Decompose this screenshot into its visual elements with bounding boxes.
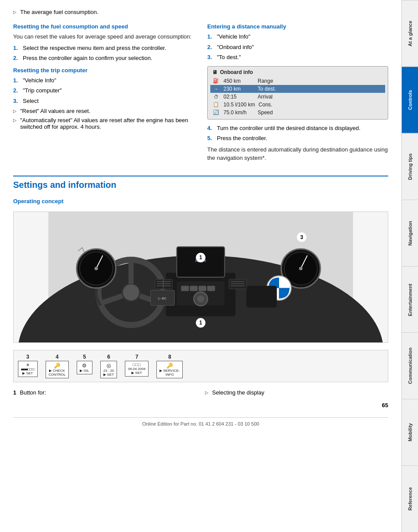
ctrl-num-3: 3 [26, 354, 29, 360]
footer-bullet-text: Selecting the display [212, 389, 264, 396]
step-text: "Vehicle Info" [217, 32, 250, 41]
onboard-row-range: ⛽ 450 km Range [212, 77, 383, 85]
svg-rect-23 [198, 285, 206, 291]
step-1-1: 1. Select the respective menu item and p… [13, 44, 194, 53]
step-num: 3. [207, 53, 214, 62]
svg-rect-35 [155, 279, 173, 289]
sidebar-tab-label: Driving tips [407, 153, 413, 180]
step-num: 1. [13, 44, 20, 53]
section1-steps: 1. Select the respective menu item and p… [13, 44, 194, 63]
page-footer: Online Edition for Part no. 01 41 2 604 … [13, 417, 388, 426]
sidebar-tab-label: Reference [407, 487, 413, 511]
step-3-3: 3. "To dest." [207, 53, 388, 62]
sidebar-tab-entertainment[interactable]: Entertainment [402, 266, 418, 333]
section1-body: You can reset the values for average spe… [13, 32, 194, 41]
range-label: Range [258, 78, 383, 84]
onboard-row-todest: → 230 km To dest. [210, 85, 385, 93]
footer-button-label: 1 Button for: [13, 389, 196, 396]
range-icon: ⛽ [212, 78, 220, 84]
step-text: "Vehicle Info" [23, 76, 56, 85]
onboard-row-cons: 📋 10.5 l/100 km Cons. [212, 101, 383, 109]
top-bullet-text: The average fuel consumption. [20, 9, 99, 15]
ctrl-icon-3: ☀ ■■■■□□□□ ▶ SET [18, 361, 38, 377]
svg-point-3 [122, 283, 140, 301]
control-5: 5 ⚙ ▶ OIL [77, 354, 92, 374]
step-num: 5. [207, 134, 214, 143]
footer-bullet: ▷ Selecting the display [205, 389, 388, 396]
section-enter-distance: Entering a distance manually 1. "Vehicle… [207, 23, 388, 162]
footer-col-left: 1 Button for: [13, 389, 196, 396]
sidebar-tab-driving-tips[interactable]: Driving tips [402, 133, 418, 200]
step-num: 4. [207, 124, 214, 133]
control-7: 7 □□□ 06.04.2004 ▶ SET [125, 354, 149, 377]
control-8: 8 🔑 ▶ SERVICE- INFO [156, 354, 183, 378]
ctrl-icon-4: 🔑 ▶ CHECK CONTROL [46, 361, 69, 378]
sidebar-tab-navigation[interactable]: Navigation [402, 200, 418, 266]
todest-value: 230 km [223, 86, 254, 92]
step-text: Select the respective menu item and pres… [23, 44, 166, 53]
bullet-reset: ▷ "Reset" All values are reset. [13, 108, 194, 114]
control-3: 3 ☀ ■■■■□□□□ ▶ SET [18, 354, 38, 377]
arrival-value: 02:15 [223, 94, 254, 100]
onboard-info-box: 🖥 Onboard info ⛽ 450 km Range → 230 km T… [207, 66, 388, 120]
operating-concept-heading: Operating concept [13, 198, 388, 204]
onboard-row-speed: 🔄 75.0 km/h Speed [212, 109, 383, 116]
page-number: 65 [382, 402, 388, 409]
sidebar-tab-label: Navigation [407, 221, 413, 245]
svg-point-11 [95, 267, 98, 270]
arrow-icon: ▷ [13, 117, 17, 123]
ctrl-icon-7: □□□ 06.04.2004 ▶ SET [125, 361, 149, 377]
step-num: 2. [13, 86, 20, 95]
cons-value: 10.5 l/100 km [223, 102, 255, 108]
svg-text:1: 1 [199, 254, 202, 261]
sidebar-tab-controls[interactable]: Controls [402, 67, 418, 133]
sidebar-tab-label: Communication [407, 348, 413, 384]
section3-note: The distance is entered automatically du… [207, 145, 388, 162]
svg-rect-41 [229, 279, 247, 289]
step-num: 2. [207, 43, 214, 52]
svg-text:1: 1 [199, 320, 202, 326]
sidebar-tab-at-a-glance[interactable]: At a glance [402, 0, 418, 67]
step-1-2: 2. Press the controller again to confirm… [13, 54, 194, 63]
sidebar-tab-reference[interactable]: Reference [402, 465, 418, 532]
svg-rect-40 [246, 285, 277, 307]
ctrl-icon-6: ◎ 23 : 20 ▶ SET [100, 361, 117, 378]
footer-col-right: ▷ Selecting the display [205, 389, 388, 398]
ctrl-num-6: 6 [107, 354, 110, 360]
left-column: Resetting the fuel consumption and speed… [13, 19, 194, 165]
section3-steps: 1. "Vehicle Info" 2. "Onboard info" 3. "… [207, 32, 388, 62]
controls-strip: 3 ☀ ■■■■□□□□ ▶ SET 4 🔑 ▶ CHECK CONTROL 5… [13, 350, 388, 382]
sidebar-tab-mobility[interactable]: Mobility [402, 399, 418, 465]
footer-row: 1 Button for: ▷ Selecting the display [13, 389, 388, 398]
step-text: Press the controller again to confirm yo… [23, 54, 152, 63]
section-reset-trip: Resetting the trip computer 1. "Vehicle … [13, 67, 194, 130]
range-value: 450 km [223, 78, 254, 84]
step-3-1: 1. "Vehicle Info" [207, 32, 388, 41]
onboard-row-arrival: ⏱ 02:15 Arrival [212, 93, 383, 101]
section3-steps-after: 4. Turn the controller until the desired… [207, 124, 388, 143]
ctrl-num-8: 8 [168, 354, 171, 360]
step-num: 3. [13, 97, 20, 106]
step-3-4: 4. Turn the controller until the desired… [207, 124, 388, 133]
control-6: 6 ◎ 23 : 20 ▶ SET [100, 354, 117, 378]
arrow-icon: ▷ [13, 9, 17, 14]
ctrl-icon-5: ⚙ ▶ OIL [77, 361, 92, 374]
section2-steps: 1. "Vehicle Info" 2. "Trip computer" 3. … [13, 76, 194, 106]
step-text: "Trip computer" [23, 86, 62, 95]
sidebar-tab-communication[interactable]: Communication [402, 332, 418, 399]
section3-heading: Entering a distance manually [207, 23, 388, 30]
car-dashboard-image: iDrive 1 2 [13, 211, 388, 343]
cons-label: Cons. [259, 102, 383, 108]
step-num: 1. [207, 32, 214, 41]
step-text: Press the controller. [217, 134, 267, 143]
cons-icon: 📋 [212, 102, 220, 107]
page-number-row: 65 [13, 402, 388, 410]
onboard-icon: 🖥 [212, 69, 217, 75]
step-text: Turn the controller until the desired di… [217, 124, 361, 133]
dashboard-svg: iDrive 1 2 [14, 212, 388, 342]
svg-rect-22 [190, 285, 198, 291]
step-text: "To dest." [217, 53, 241, 62]
step-2-3: 3. Select [13, 97, 194, 106]
section-reset-fuel: Resetting the fuel consumption and speed… [13, 23, 194, 63]
ctrl-num-7: 7 [135, 354, 138, 360]
